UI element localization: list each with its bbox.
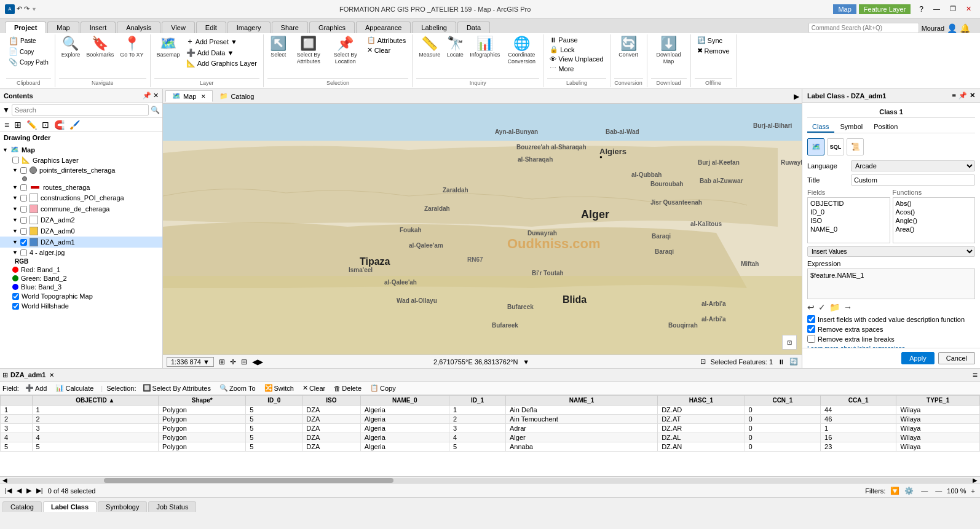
points-check[interactable] [20,167,27,174]
field-objectid[interactable]: OBJECTID [809,199,888,208]
col-name1[interactable]: NAME_1 [506,396,658,406]
add-group-btn[interactable]: ⊡ [40,119,51,130]
commune-check[interactable] [20,206,27,213]
title-input[interactable] [851,174,975,186]
col-name0[interactable]: NAME_0 [360,396,449,406]
paint-btn[interactable]: 🖌️ [68,119,82,130]
map-panel-arrow[interactable]: ▶ [794,92,799,101]
btab-symbology[interactable]: Symbology [98,501,147,512]
extra-spaces-check[interactable] [807,325,815,333]
zoom-plus[interactable]: + [971,487,975,495]
table-row[interactable]: 2 2 Polygon 5 DZA Algeria 2 Ain Temouche… [1,415,980,424]
world-topo-check[interactable] [12,293,19,300]
map-canvas[interactable]: Ayn-al-Bunyan Bab-al-Wad Burj-al-Bihari … [163,104,802,355]
btn-view-unplaced[interactable]: 👁View Unplaced [547,55,606,63]
btn-copy-path[interactable]: 📎Copy Path [6,57,51,67]
dza1-expand[interactable]: ▼ [12,239,18,245]
check-expr-btn[interactable]: ✓ [818,302,826,312]
btn-infographics[interactable]: 📊 Infographics [467,36,502,60]
layer-world-topo[interactable]: World Topographic Map [0,291,162,301]
expression-box[interactable]: $feature.NAME_1 [807,268,975,299]
lp-tab-symbol[interactable]: Symbol [836,122,868,133]
undo-expr-btn[interactable]: ↩ [807,302,815,312]
btn-table-calculate[interactable]: 📊 Calculate [52,383,97,393]
line-breaks-check[interactable] [807,335,815,343]
btn-copy[interactable]: 📄Copy [6,47,51,57]
layer-graphics[interactable]: 📐 Graphics Layer [0,155,162,165]
btn-basemap[interactable]: 🗺️ Basemap [154,36,183,60]
tab-graphics[interactable]: Graphics [309,22,355,33]
scroll-left-btn[interactable]: ◀ [2,477,7,484]
list-view-btn[interactable]: ≡ [2,119,11,130]
nav-grid[interactable]: ⊟ [241,358,247,366]
coords-arrow[interactable]: ▼ [523,358,529,366]
nav-left[interactable]: ⊞ [219,358,225,366]
lp-tab-class[interactable]: Class [807,122,834,133]
label-panel-close[interactable]: ✕ [970,92,975,100]
btn-clear[interactable]: ✕Clear [365,45,408,55]
col-id1[interactable]: ID_1 [449,396,506,406]
layer-dza0[interactable]: ▼ DZA_adm0 [0,225,162,237]
lp-icon-map[interactable]: 🗺️ [807,138,824,155]
btab-catalog[interactable]: Catalog [2,501,42,512]
col-iso[interactable]: ISO [302,396,360,406]
dza1-check[interactable] [20,239,27,246]
map-tab-map[interactable]: 🗺️ Map ✕ [165,90,213,102]
btn-lock[interactable]: 🔒Lock [547,45,606,54]
func-abs[interactable]: Abs() [895,199,974,208]
layer-item-map[interactable]: ▼ 🗺️ Map [0,144,162,155]
apply-btn[interactable]: Apply [901,352,935,364]
tab-edit[interactable]: Edit [196,22,226,33]
table-close-btn[interactable]: ✕ [49,372,54,378]
field-id0[interactable]: ID_0 [809,208,888,216]
dza2-check[interactable] [20,217,27,224]
close-btn[interactable]: ✕ [962,4,975,15]
points-expand[interactable]: ▼ [12,167,18,173]
tab-data[interactable]: Data [457,22,490,33]
map-tab-close[interactable]: ✕ [201,93,206,100]
btn-sync[interactable]: 🔃Sync [695,36,732,45]
routes-check[interactable] [20,184,27,191]
table-row[interactable]: 3 3 Polygon 5 DZA Algeria 3 Adrar DZ.AR … [1,424,980,433]
func-angle[interactable]: Angle() [895,216,974,225]
layer-constructions[interactable]: ▼ constructions_POI_cheraga [0,192,162,203]
btn-attributes[interactable]: 📋Attributes [365,36,408,45]
func-acos[interactable]: Acos() [895,208,974,216]
btn-add-graphics-layer[interactable]: 📐Add Graphics Layer [184,58,259,68]
col-objectid[interactable]: OBJECTID ▲ [32,396,159,406]
btn-locate[interactable]: 🔭 Locate [444,36,466,60]
btn-more[interactable]: ⋯More [547,64,606,73]
table-scroll[interactable]: OBJECTID ▲ Shape* ID_0 ISO NAME_0 ID_1 N… [0,395,980,476]
tab-analysis[interactable]: Analysis [117,22,160,33]
btab-label-class[interactable]: Label Class [43,501,97,512]
open-expr-btn[interactable]: 📁 [829,302,840,312]
tab-imagery[interactable]: Imagery [227,22,271,33]
search-input[interactable] [12,104,149,116]
tab-project[interactable]: Project [5,22,46,33]
thumbnail-view-btn[interactable]: ⊞ [12,119,23,130]
col-hasc1[interactable]: HASC_1 [658,396,745,406]
btn-explore[interactable]: 🔍 Explore [59,36,83,60]
btn-remove[interactable]: ✖Remove [695,46,732,55]
btn-select-by-location[interactable]: 📌 Select By Location [328,36,363,66]
nav-last[interactable]: ▶| [36,487,43,495]
minimize-btn[interactable]: — [930,4,944,15]
edit-drawing-btn[interactable]: ✏️ [25,119,39,130]
help-btn[interactable]: ? [915,4,927,15]
btab-job-status[interactable]: Job Status [148,501,196,512]
search-icon[interactable]: 🔍 [151,106,160,114]
table-row[interactable]: 5 5 Polygon 5 DZA Algeria 5 Annaba DZ.AN… [1,442,980,452]
lp-icon-arcade[interactable]: 📜 [847,138,864,155]
command-search[interactable] [808,23,919,33]
btn-go-to-xy[interactable]: 📍 Go To XY [117,36,146,60]
layer-points[interactable]: ▼ points_dinterets_cheraga [0,165,162,175]
commune-expand[interactable]: ▼ [12,206,18,212]
sidebar-close-btn[interactable]: ✕ [153,92,159,100]
map-tab-catalog[interactable]: 📁 Catalog [213,90,261,102]
btn-table-zoom[interactable]: 🔍 Zoom To [216,383,259,393]
table-scroll-h[interactable]: ◀ ▶ [0,476,980,484]
tab-insert[interactable]: Insert [81,22,116,33]
save-expr-btn[interactable]: → [844,302,852,312]
btn-convert[interactable]: 🔄 Convert [616,36,641,60]
language-select[interactable]: Arcade [851,160,975,171]
